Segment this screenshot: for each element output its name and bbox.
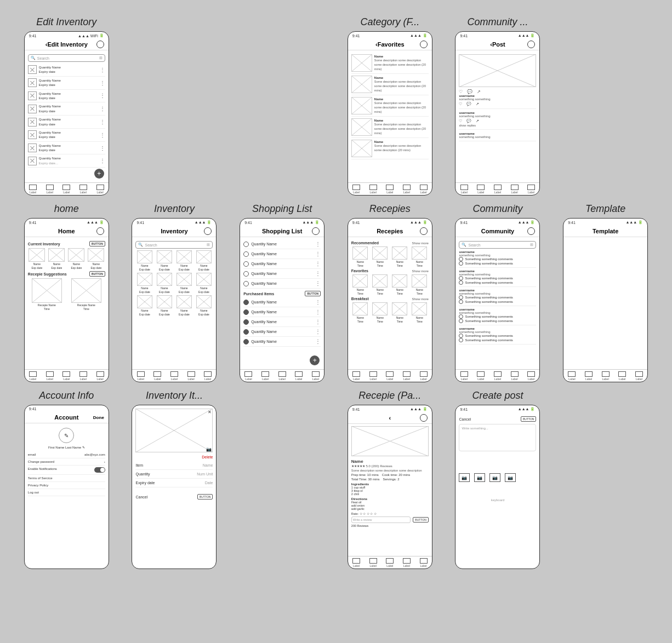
close-icon[interactable]: ✕	[208, 410, 212, 415]
nav-rp-3[interactable]: Label	[386, 558, 394, 567]
check-p4[interactable]	[243, 329, 249, 335]
nav-cp-5[interactable]: Label	[527, 185, 535, 194]
heart-icon-c1[interactable]: ♡	[459, 102, 462, 106]
nav-item-2[interactable]: Label	[46, 185, 54, 194]
fab-add[interactable]: +	[94, 169, 104, 179]
dots-menu-8[interactable]: ⋮	[100, 158, 105, 164]
show-replies[interactable]: show replies	[459, 124, 536, 127]
reply-icon-c1[interactable]: 💬	[466, 102, 471, 106]
nav-tpl-4[interactable]: Label	[618, 371, 626, 381]
recipe-button[interactable]: BUTTON	[89, 271, 105, 277]
nav-rp-1[interactable]: Label	[352, 558, 360, 567]
check-4[interactable]	[243, 271, 249, 277]
check-p3[interactable]	[243, 319, 249, 325]
nav-inv-3[interactable]: Label	[170, 371, 178, 381]
avatar-edit-icon[interactable]: ✎	[64, 433, 69, 439]
shop-dots-p5[interactable]: ⋮	[315, 338, 321, 345]
nav-shop-1[interactable]: Label	[244, 371, 252, 381]
nav-rec-5[interactable]: Label	[420, 371, 428, 381]
nav-cat-5[interactable]: Label	[420, 185, 428, 194]
circle-btn-comm[interactable]	[527, 227, 535, 235]
circle-btn-shop[interactable]	[312, 227, 320, 235]
review-input[interactable]: Write a review	[351, 516, 411, 523]
shop-dots-1[interactable]: ⋮	[315, 241, 321, 247]
dots-menu-3[interactable]: ⋮	[100, 93, 105, 99]
nav-home-5[interactable]: Label	[96, 371, 104, 381]
search-bar-comm[interactable]: 🔍 Search ⊞	[459, 241, 536, 249]
circle-btn-rp[interactable]	[420, 414, 428, 422]
reply-icon-c2[interactable]: 💬	[466, 119, 471, 123]
nav-cat-3[interactable]: Label	[386, 185, 394, 194]
check-p5[interactable]	[243, 339, 249, 345]
nav-rec-3[interactable]: Label	[386, 371, 394, 381]
done-button[interactable]: Done	[93, 415, 104, 420]
cancel-post-btn[interactable]: Cancel	[459, 417, 471, 421]
check-3[interactable]	[243, 261, 249, 267]
nav-rec-1[interactable]: Label	[352, 371, 360, 381]
nav-item-1[interactable]: Label	[29, 185, 37, 194]
nav-home-1[interactable]: Label	[29, 371, 37, 381]
nav-comm-1[interactable]: Label	[460, 371, 468, 381]
nav-tpl-2[interactable]: Label	[585, 371, 593, 381]
nav-home-3[interactable]: Label	[62, 371, 70, 381]
purchased-button[interactable]: BUTTON	[305, 291, 321, 296]
search-bar[interactable]: 🔍 Search ⊞	[28, 54, 105, 62]
privacy-item[interactable]: Privacy Policy	[28, 482, 105, 489]
logout-item[interactable]: Log out	[28, 489, 105, 496]
nav-cp-4[interactable]: Label	[511, 185, 519, 194]
share-icon-c2[interactable]: ↗	[476, 119, 479, 123]
circle-btn-commpost[interactable]	[527, 41, 535, 48]
share-icon[interactable]: ↗	[477, 89, 481, 94]
search-bar-inv[interactable]: 🔍 Search ⊞	[135, 241, 213, 249]
show-more-fav[interactable]: Show more	[412, 269, 428, 273]
circle-btn-cat[interactable]	[420, 41, 428, 48]
inventory-button[interactable]: BUTTON	[89, 241, 105, 246]
scan-icon[interactable]: ⊞	[99, 56, 102, 60]
shop-dots-p2[interactable]: ⋮	[315, 309, 321, 315]
nav-cat-1[interactable]: Label	[352, 185, 360, 194]
check-p1[interactable]	[243, 300, 249, 305]
circle-button[interactable]	[96, 41, 104, 48]
show-more-breakfast[interactable]: Show more	[412, 297, 428, 301]
heart-icon[interactable]: ♡	[459, 89, 463, 94]
nav-tpl-5[interactable]: Label	[635, 371, 643, 381]
nav-tpl-1[interactable]: Label	[568, 371, 576, 381]
check-p2[interactable]	[243, 309, 249, 315]
circle-btn-home[interactable]	[96, 227, 104, 235]
nav-home-4[interactable]: Label	[79, 371, 87, 381]
shop-dots-p1[interactable]: ⋮	[315, 299, 321, 305]
comment-icon[interactable]: 💬	[467, 89, 472, 94]
nav-shop-5[interactable]: Label	[312, 371, 320, 381]
camera-icon-3[interactable]: 📷	[489, 473, 500, 482]
nav-item-3[interactable]: Label	[62, 185, 70, 194]
nav-shop-2[interactable]: Label	[261, 371, 269, 381]
nav-home-2[interactable]: Label	[46, 371, 54, 381]
post-submit-btn[interactable]: BUTTON	[521, 416, 536, 422]
name-edit-icon[interactable]: ✎	[82, 446, 85, 449]
nav-tpl-3[interactable]: Label	[602, 371, 610, 381]
camera-icon[interactable]: 📷	[206, 447, 212, 452]
dots-menu-6[interactable]: ⋮	[100, 132, 105, 138]
circle-btn-inv[interactable]	[204, 227, 212, 235]
filter-icon[interactable]: ⊞	[530, 243, 533, 247]
heart-icon-c2[interactable]: ♡	[459, 119, 462, 123]
camera-icon-2[interactable]: 📷	[474, 473, 485, 482]
notifications-toggle[interactable]	[94, 467, 105, 473]
shop-dots-p3[interactable]: ⋮	[315, 319, 321, 325]
back-arrow-rp[interactable]: ‹	[389, 415, 391, 421]
show-more-rec[interactable]: Show more	[412, 242, 428, 245]
shop-dots-3[interactable]: ⋮	[315, 261, 321, 267]
share-icon-c1[interactable]: ↗	[476, 102, 479, 106]
dots-menu-4[interactable]: ⋮	[100, 106, 105, 112]
nav-rp-4[interactable]: Label	[403, 558, 411, 567]
nav-comm-3[interactable]: Label	[494, 371, 502, 381]
delete-button[interactable]: Delete	[135, 455, 213, 459]
change-password-row[interactable]: Change password ›	[28, 458, 105, 466]
check-2[interactable]	[243, 251, 249, 257]
dots-menu-7[interactable]: ⋮	[100, 145, 105, 151]
nav-inv-4[interactable]: Label	[187, 371, 195, 381]
nav-cp-3[interactable]: Label	[494, 185, 502, 194]
cancel-btn[interactable]: Cancel	[135, 495, 147, 499]
nav-item-4[interactable]: Label	[79, 185, 87, 194]
nav-inv-5[interactable]: Label	[204, 371, 212, 381]
